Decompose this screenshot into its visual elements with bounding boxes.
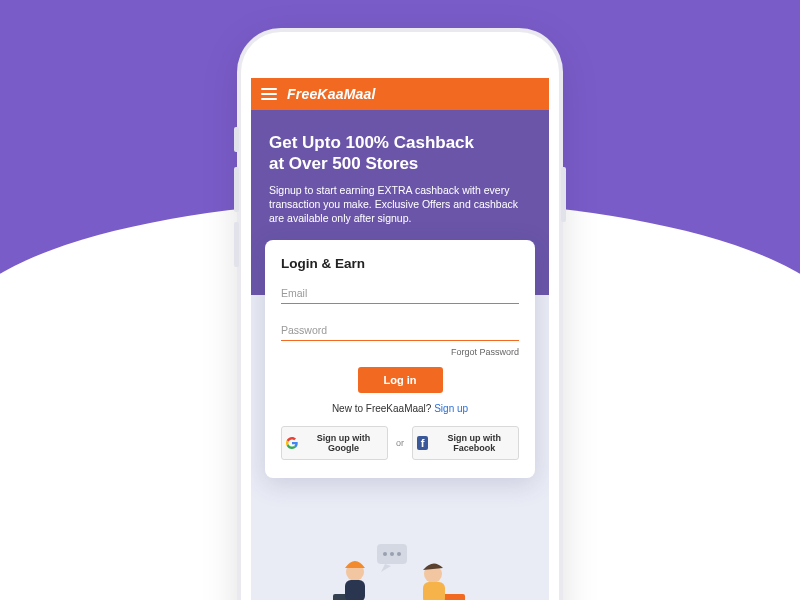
login-button[interactable]: Log in [358,367,443,393]
svg-rect-8 [345,580,365,600]
facebook-icon: f [417,436,428,450]
google-icon [286,437,298,449]
hero-title: Get Upto 100% Cashback at Over 500 Store… [269,132,531,175]
app-header: FreeKaaMaal [251,78,549,110]
hamburger-menu-icon[interactable] [261,88,277,100]
password-field[interactable] [281,318,519,341]
signup-prompt: New to FreeKaaMaal? Sign up [281,403,519,414]
svg-rect-10 [423,582,445,600]
phone-side-button [234,222,239,267]
signup-prompt-text: New to FreeKaaMaal? [332,403,434,414]
phone-side-button [234,167,239,212]
google-signup-button[interactable]: Sign up with Google [281,426,388,460]
forgot-password-link[interactable]: Forgot Password [281,347,519,357]
brand-logo: FreeKaaMaal [287,86,376,102]
phone-side-button [561,167,566,222]
facebook-signup-button[interactable]: f Sign up with Facebook [412,426,519,460]
phone-screen: FreeKaaMaal Get Upto 100% Cashback at Ov… [251,78,549,600]
svg-point-12 [383,552,387,556]
card-heading: Login & Earn [281,256,519,271]
signup-link[interactable]: Sign up [434,403,468,414]
facebook-button-label: Sign up with Facebook [434,433,514,453]
illustration [251,534,549,600]
hero-subtitle: Signup to start earning EXTRA cashback w… [269,183,531,226]
social-login-row: Sign up with Google or f Sign up with Fa… [281,426,519,460]
login-card: Login & Earn Forgot Password Log in New … [265,240,535,478]
phone-side-button [234,127,239,152]
email-field[interactable] [281,281,519,304]
svg-point-13 [390,552,394,556]
phone-frame: FreeKaaMaal Get Upto 100% Cashback at Ov… [241,32,559,600]
or-divider: or [396,438,404,448]
svg-point-14 [397,552,401,556]
google-button-label: Sign up with Google [304,433,383,453]
